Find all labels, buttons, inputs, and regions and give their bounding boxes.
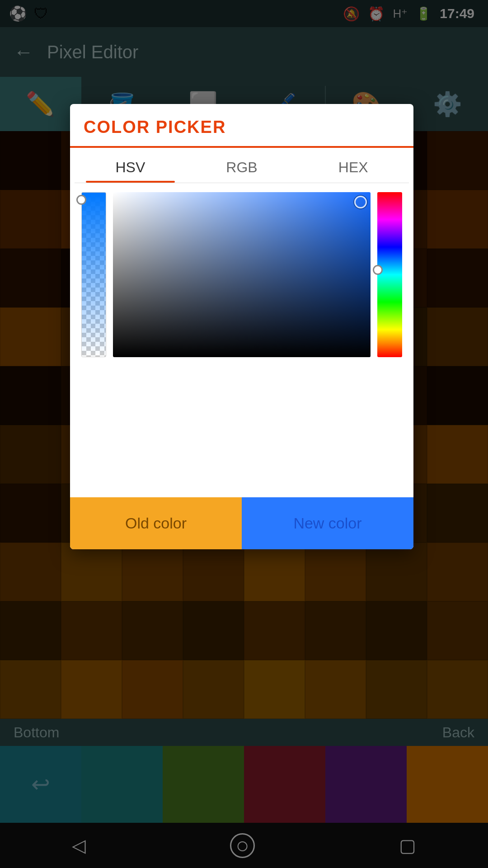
new-color-label: New color (293, 514, 361, 532)
dialog-header: COLOR PICKER (70, 104, 413, 137)
tab-hsv[interactable]: HSV (75, 148, 186, 183)
dialog-title: COLOR PICKER (84, 118, 226, 137)
old-color-label: Old color (125, 514, 187, 532)
tab-bar: HSV RGB HEX (75, 148, 409, 183)
tab-rgb[interactable]: RGB (186, 148, 298, 183)
alpha-handle[interactable] (76, 195, 86, 205)
picker-body (70, 183, 413, 366)
sv-square[interactable] (113, 192, 371, 357)
picker-spacer (70, 366, 413, 497)
sv-handle (354, 196, 367, 208)
old-color-button[interactable]: Old color (70, 497, 242, 549)
sv-gradient (113, 192, 371, 357)
color-picker-dialog: COLOR PICKER HSV RGB HEX O (70, 104, 413, 549)
tab-hex[interactable]: HEX (297, 148, 409, 183)
new-color-button[interactable]: New color (242, 497, 413, 549)
hue-handle[interactable] (373, 265, 383, 275)
alpha-strip[interactable] (81, 192, 106, 357)
hue-strip[interactable] (377, 192, 402, 357)
color-buttons: Old color New color (70, 497, 413, 549)
